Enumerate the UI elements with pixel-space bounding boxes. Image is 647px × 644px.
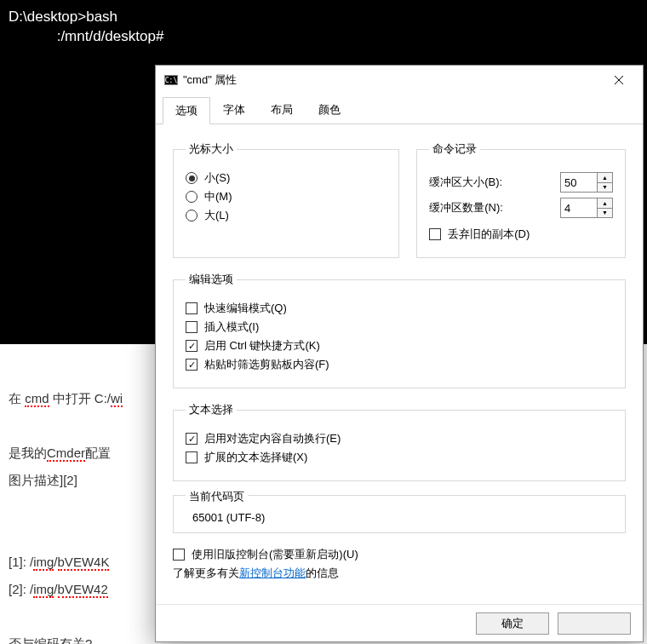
ctrlkeys-label: 启用 Ctrl 键快捷方式(K) — [204, 338, 320, 354]
discard-row[interactable]: 丢弃旧的副本(D) — [429, 227, 613, 242]
info-line: 了解更多有关新控制台功能的信息 — [173, 566, 626, 581]
radio-medium-row[interactable]: 中(M) — [186, 189, 386, 204]
legacy-row[interactable]: 使用旧版控制台(需要重新启动)(U) — [173, 547, 626, 562]
radio-medium-label: 中(M) — [204, 189, 232, 204]
discard-label: 丢弃旧的副本(D) — [448, 227, 530, 242]
tab-color[interactable]: 颜色 — [306, 96, 353, 124]
properties-dialog: C:\ "cmd" 属性 选项 字体 布局 颜色 光标大小 小(S) 中(M) — [155, 65, 644, 642]
ok-button[interactable]: 确定 — [476, 612, 549, 635]
quickedit-label: 快速编辑模式(Q) — [204, 301, 287, 316]
extkeys-label: 扩展的文本选择键(X) — [204, 450, 307, 465]
filterpaste-row[interactable]: 粘贴时筛选剪贴板内容(F) — [186, 357, 613, 372]
close-button[interactable] — [598, 67, 639, 93]
options-panel: 光标大小 小(S) 中(M) 大(L) 命令记录 缓冲区大小(B): — [156, 124, 643, 598]
ctrlkeys-row[interactable]: 启用 Ctrl 键快捷方式(K) — [186, 338, 613, 354]
bufsize-spinbox[interactable]: ▲▼ — [560, 172, 613, 193]
numbuf-spinbox[interactable]: ▲▼ — [560, 198, 613, 218]
textsel-legend: 文本选择 — [186, 402, 237, 417]
tab-layout[interactable]: 布局 — [258, 96, 306, 124]
ctrlkeys-checkbox[interactable] — [186, 340, 198, 352]
numbuf-label: 缓冲区数量(N): — [429, 200, 503, 216]
radio-small-row[interactable]: 小(S) — [186, 170, 386, 186]
codepage-legend: 当前代码页 — [186, 489, 248, 504]
underlay-cfg1: 是我的Cmder配置 — [9, 446, 111, 462]
underlay-q: 否与编码有关? — [9, 636, 92, 644]
linewrap-checkbox[interactable] — [186, 433, 198, 445]
linewrap-row[interactable]: 启用对选定内容自动换行(E) — [186, 431, 613, 446]
text-selection-group: 文本选择 启用对选定内容自动换行(E) 扩展的文本选择键(X) — [173, 402, 626, 481]
terminal-line-2: :/mnt/d/desktop# — [9, 28, 163, 44]
extkeys-checkbox[interactable] — [186, 451, 198, 463]
quickedit-row[interactable]: 快速编辑模式(Q) — [186, 301, 613, 316]
extkeys-row[interactable]: 扩展的文本选择键(X) — [186, 450, 613, 465]
new-console-link[interactable]: 新控制台功能 — [239, 566, 306, 579]
command-history-group: 命令记录 缓冲区大小(B): ▲▼ 缓冲区数量(N): ▲▼ — [416, 141, 626, 258]
tab-font[interactable]: 字体 — [210, 96, 258, 124]
info-post: 的信息 — [306, 566, 339, 579]
legacy-checkbox[interactable] — [173, 549, 185, 561]
underlay-open: 在 cmd 中打开 C:/wi — [9, 391, 123, 407]
linewrap-label: 启用对选定内容自动换行(E) — [204, 431, 341, 446]
info-pre: 了解更多有关 — [173, 566, 239, 579]
bufsize-label: 缓冲区大小(B): — [429, 175, 502, 190]
codepage-group: 当前代码页 65001 (UTF-8) — [173, 495, 626, 533]
radio-large-label: 大(L) — [204, 208, 229, 223]
filterpaste-label: 粘贴时筛选剪贴板内容(F) — [204, 357, 329, 372]
bufsize-input[interactable] — [561, 173, 597, 192]
cancel-button[interactable] — [558, 612, 631, 635]
codepage-value: 65001 (UTF-8) — [192, 511, 613, 524]
underlay-ref1: [1]: /img/bVEW4K — [9, 555, 109, 571]
discard-checkbox[interactable] — [429, 228, 441, 240]
cmd-icon: C:\ — [164, 75, 178, 85]
radio-small[interactable] — [186, 172, 198, 184]
numbuf-up[interactable]: ▲ — [598, 198, 612, 209]
insert-row[interactable]: 插入模式(I) — [186, 319, 613, 335]
history-legend: 命令记录 — [429, 141, 480, 157]
edit-options-group: 编辑选项 快速编辑模式(Q) 插入模式(I) 启用 Ctrl 键快捷方式(K) … — [173, 272, 626, 388]
bufsize-down[interactable]: ▼ — [598, 183, 612, 193]
terminal-line-1: D:\desktop>bash — [9, 9, 117, 25]
close-icon — [614, 75, 624, 85]
radio-small-label: 小(S) — [204, 170, 230, 186]
tabstrip: 选项 字体 布局 颜色 — [156, 95, 643, 124]
bufsize-up[interactable]: ▲ — [598, 173, 612, 183]
radio-large-row[interactable]: 大(L) — [186, 208, 386, 223]
filterpaste-checkbox[interactable] — [186, 359, 198, 371]
edit-legend: 编辑选项 — [186, 272, 237, 287]
numbuf-down[interactable]: ▼ — [598, 209, 612, 218]
legacy-label: 使用旧版控制台(需要重新启动)(U) — [192, 547, 358, 562]
tab-options[interactable]: 选项 — [163, 97, 210, 124]
cursor-legend: 光标大小 — [186, 141, 237, 157]
dialog-buttons: 确定 — [156, 604, 643, 641]
quickedit-checkbox[interactable] — [186, 302, 198, 314]
titlebar: C:\ "cmd" 属性 — [156, 66, 643, 95]
radio-medium[interactable] — [186, 191, 198, 203]
radio-large[interactable] — [186, 210, 198, 221]
insert-checkbox[interactable] — [186, 321, 198, 333]
insert-label: 插入模式(I) — [204, 319, 259, 335]
cursor-size-group: 光标大小 小(S) 中(M) 大(L) — [173, 141, 399, 258]
dialog-title: "cmd" 属性 — [183, 72, 598, 88]
underlay-cfg2: 图片描述][2] — [9, 473, 77, 487]
underlay-ref2: [2]: /img/bVEW42 — [9, 582, 108, 598]
numbuf-input[interactable] — [561, 198, 597, 217]
